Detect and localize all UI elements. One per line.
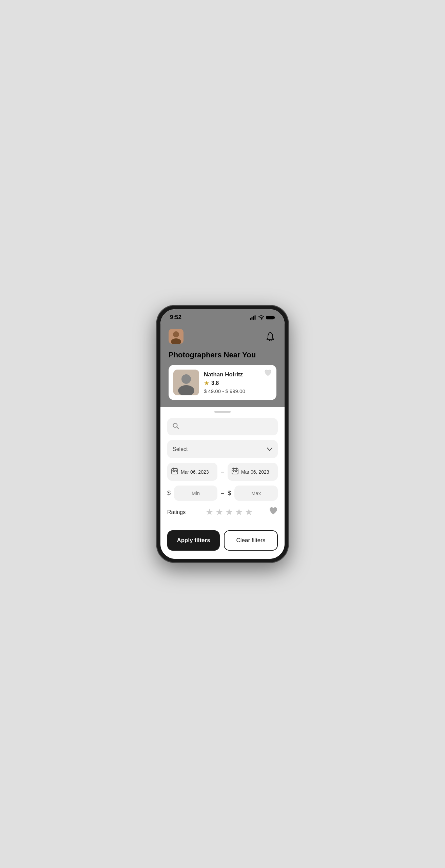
svg-point-7 — [173, 331, 179, 337]
app-background: Photographers Near You Nathan Holritz ★ … — [160, 323, 285, 407]
svg-rect-0 — [250, 318, 251, 320]
date-from-value: Mar 06, 2023 — [181, 469, 209, 475]
filter-buttons: Apply filters Clear filters — [167, 530, 278, 551]
apply-filters-button[interactable]: Apply filters — [167, 530, 220, 551]
ratings-row: Ratings ★ ★ ★ ★ ★ — [167, 507, 278, 517]
calendar-end-icon — [232, 468, 238, 476]
top-nav — [169, 329, 276, 344]
chevron-down-icon — [267, 446, 272, 453]
date-from-field[interactable]: Mar 06, 2023 — [167, 463, 217, 481]
price-range: $ 49.00 - $ 999.00 — [204, 388, 272, 394]
phone-frame: 9:52 — [156, 305, 289, 563]
calendar-icon — [171, 468, 178, 474]
photographer-name: Nathan Holritz — [204, 371, 272, 378]
svg-rect-18 — [173, 471, 174, 472]
avatar-image — [169, 329, 183, 344]
calendar-start-icon — [171, 468, 178, 476]
currency-max-label: $ — [228, 490, 231, 497]
date-range-row: Mar 06, 2023 – — [167, 463, 278, 481]
heart-icon — [264, 370, 272, 376]
bell-icon — [266, 332, 275, 341]
search-box[interactable] — [167, 418, 278, 435]
rating-value: 3.8 — [211, 380, 219, 386]
drag-handle — [214, 411, 231, 413]
price-separator: – — [221, 490, 224, 497]
status-time: 9:52 — [170, 314, 181, 321]
search-input[interactable] — [182, 424, 272, 430]
svg-rect-1 — [252, 317, 253, 320]
min-price-input[interactable] — [178, 490, 213, 496]
favorites-heart-icon[interactable] — [269, 507, 278, 517]
category-select[interactable]: Select — [167, 440, 278, 458]
signal-icon — [250, 315, 256, 320]
search-icon — [173, 423, 179, 431]
price-max-field[interactable] — [234, 486, 278, 501]
rating-row: ★ 3.8 — [204, 379, 272, 387]
svg-rect-4 — [266, 316, 274, 319]
max-price-input[interactable] — [238, 490, 274, 496]
heart-favorites-icon — [269, 507, 278, 515]
svg-point-10 — [181, 374, 191, 384]
svg-rect-2 — [253, 316, 254, 320]
currency-min-label: $ — [167, 490, 171, 497]
calendar-icon-2 — [232, 468, 238, 474]
photographer-photo — [173, 370, 199, 395]
page-title: Photographers Near You — [169, 351, 276, 359]
svg-rect-26 — [235, 471, 236, 472]
favorite-heart-icon[interactable] — [264, 370, 272, 378]
price-range-row: $ – $ — [167, 486, 278, 501]
filter-bottom-sheet: Select — [160, 407, 285, 559]
ratings-label: Ratings — [167, 509, 186, 515]
svg-rect-5 — [274, 316, 275, 318]
search-magnifier-icon — [173, 423, 179, 429]
select-label: Select — [173, 446, 188, 452]
notification-bell[interactable] — [264, 330, 276, 342]
photographer-info: Nathan Holritz ★ 3.8 $ 49.00 - $ 999.00 — [204, 371, 272, 394]
star-rating-group[interactable]: ★ ★ ★ ★ ★ — [206, 507, 253, 517]
status-bar: 9:52 — [160, 309, 285, 323]
svg-rect-20 — [176, 471, 177, 472]
star-1[interactable]: ★ — [206, 507, 213, 517]
star-4[interactable]: ★ — [235, 507, 243, 517]
phone-screen: 9:52 — [160, 309, 285, 559]
clear-filters-button[interactable]: Clear filters — [224, 530, 278, 551]
status-icons — [250, 315, 275, 320]
date-separator: – — [221, 468, 224, 475]
date-to-field[interactable]: Mar 06, 2023 — [228, 463, 278, 481]
wifi-icon — [258, 315, 264, 320]
star-icon: ★ — [204, 379, 209, 387]
photographer-card[interactable]: Nathan Holritz ★ 3.8 $ 49.00 - $ 999.00 — [169, 365, 276, 400]
svg-rect-19 — [174, 471, 175, 472]
star-5[interactable]: ★ — [245, 507, 253, 517]
avatar[interactable] — [169, 329, 183, 344]
star-2[interactable]: ★ — [215, 507, 223, 517]
date-to-value: Mar 06, 2023 — [241, 469, 269, 475]
chevron-icon — [267, 448, 272, 451]
star-3[interactable]: ★ — [225, 507, 233, 517]
svg-rect-25 — [233, 471, 234, 472]
svg-rect-27 — [236, 471, 237, 472]
svg-rect-3 — [255, 315, 256, 320]
photographer-image — [173, 370, 199, 395]
svg-line-13 — [177, 427, 178, 429]
price-min-field[interactable] — [174, 486, 217, 501]
battery-icon — [266, 315, 275, 320]
